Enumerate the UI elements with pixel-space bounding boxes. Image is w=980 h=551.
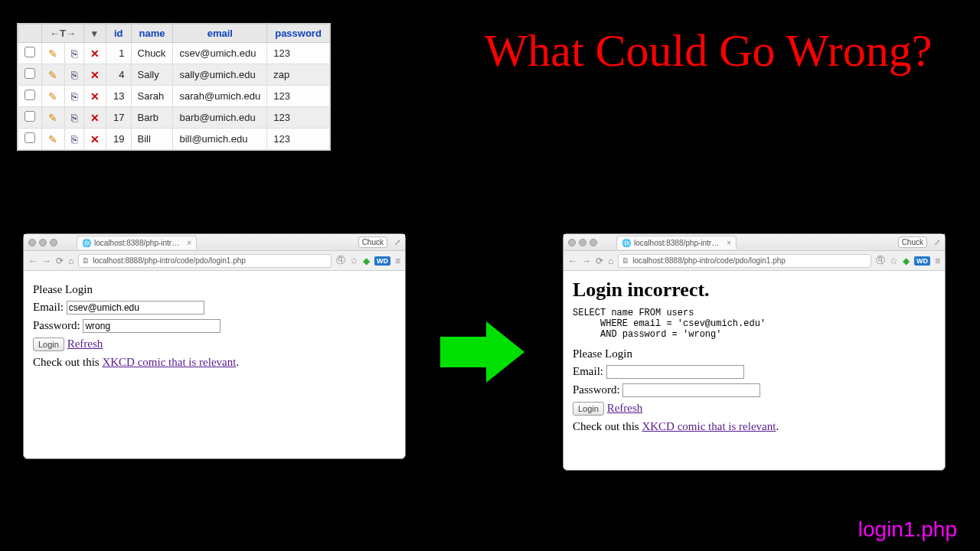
page-body: Login incorrect. SELECT name FROM users …	[564, 271, 945, 445]
star-icon[interactable]: ☆	[890, 256, 898, 266]
th-email[interactable]: email	[173, 24, 267, 43]
footer-suffix: .	[776, 420, 779, 432]
window-close-icon[interactable]	[568, 239, 576, 246]
delete-icon[interactable]: ✕	[90, 112, 100, 124]
db-table: ←T→ ▾ id name email password ✎ ⎘ ✕ 1 Chu…	[18, 24, 330, 150]
window-max-icon[interactable]	[590, 239, 597, 246]
star-icon[interactable]: ☆	[350, 256, 358, 266]
tab-title: localhost:8388/php-intr…	[94, 239, 179, 247]
expand-icon[interactable]: ⤢	[394, 238, 400, 246]
cell-password: 123	[267, 86, 330, 107]
cell-id: 13	[106, 86, 131, 107]
menu-icon[interactable]: ≡	[935, 256, 940, 266]
browser-titlebar: 🌐 localhost:8388/php-intr… × Chuck ⤢	[24, 234, 405, 251]
home-icon[interactable]: ⌂	[608, 256, 613, 266]
login-incorrect: Login incorrect.	[573, 279, 936, 302]
cell-name: Sarah	[131, 86, 173, 107]
copy-icon[interactable]: ⎘	[71, 47, 77, 60]
forward-icon[interactable]: →	[582, 256, 591, 266]
browser-tab[interactable]: 🌐 localhost:8388/php-intr… ×	[77, 236, 197, 249]
browser-toolbar: ← → ⟳ ⌂ 🗎 localhost:8888/php-intro/code/…	[24, 251, 405, 271]
page-body: Please Login Email: Password: Login Refr…	[24, 271, 405, 381]
address-text: localhost:8888/php-intro/code/pdo/login1…	[632, 256, 786, 265]
row-checkbox[interactable]	[24, 47, 35, 57]
ext2-icon[interactable]: WD	[914, 256, 930, 266]
email-input[interactable]	[606, 365, 744, 379]
edit-icon[interactable]: ✎	[48, 47, 57, 60]
forward-icon[interactable]: →	[42, 256, 51, 266]
window-min-icon[interactable]	[579, 239, 586, 246]
cell-id: 4	[106, 64, 131, 86]
login-button[interactable]: Login	[33, 337, 64, 351]
password-input[interactable]	[83, 319, 220, 333]
th-id[interactable]: id	[106, 24, 131, 43]
db-table-panel: ←T→ ▾ id name email password ✎ ⎘ ✕ 1 Chu…	[17, 23, 331, 151]
th-sort[interactable]: ←T→	[42, 24, 84, 43]
cell-name: Bill	[131, 129, 173, 150]
delete-icon[interactable]: ✕	[90, 133, 100, 145]
browser-left: 🌐 localhost:8388/php-intr… × Chuck ⤢ ← →…	[23, 233, 406, 459]
address-bar[interactable]: 🗎 localhost:8888/php-intro/code/pdo/logi…	[618, 254, 871, 268]
window-close-icon[interactable]	[28, 239, 36, 246]
reload-icon[interactable]: ⟳	[56, 256, 64, 266]
copy-icon[interactable]: ⎘	[71, 133, 77, 145]
edit-icon[interactable]: ✎	[48, 112, 57, 124]
home-icon[interactable]: ⌂	[68, 256, 74, 266]
cell-password: 123	[267, 107, 330, 129]
table-row: ✎ ⎘ ✕ 17 Barb barb@umich.edu 123	[18, 107, 330, 129]
copy-icon[interactable]: ⎘	[71, 90, 77, 103]
zoom-icon[interactable]: ⓠ	[336, 254, 345, 267]
page-icon: 🗎	[622, 256, 629, 265]
th-password[interactable]: password	[267, 24, 330, 43]
th-name[interactable]: name	[131, 24, 173, 43]
email-label: Email:	[33, 301, 64, 313]
login-button[interactable]: Login	[573, 402, 604, 416]
password-input[interactable]	[622, 383, 760, 397]
row-checkbox[interactable]	[24, 90, 35, 100]
email-input[interactable]	[67, 301, 204, 315]
footer-prefix: Check out this	[573, 420, 642, 432]
ext1-icon[interactable]: ◆	[363, 256, 370, 266]
back-icon[interactable]: ←	[28, 256, 38, 266]
footer-suffix: .	[236, 356, 239, 368]
window-max-icon[interactable]	[50, 239, 57, 246]
cell-password: 123	[267, 43, 330, 64]
ext1-icon[interactable]: ◆	[903, 256, 910, 266]
th-dropdown[interactable]: ▾	[83, 24, 106, 43]
delete-icon[interactable]: ✕	[90, 90, 100, 103]
please-login: Please Login	[33, 283, 396, 296]
refresh-link[interactable]: Refresh	[67, 337, 103, 350]
browser-tab[interactable]: 🌐 localhost:8388/php-intr… ×	[616, 236, 737, 249]
ext2-icon[interactable]: WD	[374, 256, 390, 266]
cell-email: bill@umich.edu	[173, 129, 267, 150]
zoom-icon[interactable]: ⓠ	[876, 254, 885, 267]
cell-name: Sally	[131, 64, 173, 86]
tab-close-icon[interactable]: ×	[187, 239, 191, 247]
page-icon: 🗎	[82, 256, 90, 265]
xkcd-link[interactable]: XKCD comic that is relevant	[642, 420, 776, 432]
user-button[interactable]: Chuck	[898, 236, 927, 248]
address-bar[interactable]: 🗎 localhost:8888/php-intro/code/pdo/logi…	[78, 254, 332, 268]
copy-icon[interactable]: ⎘	[71, 69, 77, 81]
row-checkbox[interactable]	[24, 132, 35, 143]
delete-icon[interactable]: ✕	[90, 69, 100, 81]
expand-icon[interactable]: ⤢	[934, 238, 940, 246]
copy-icon[interactable]: ⎘	[71, 112, 77, 124]
refresh-link[interactable]: Refresh	[607, 402, 643, 414]
back-icon[interactable]: ←	[568, 256, 577, 266]
row-checkbox[interactable]	[24, 68, 35, 79]
edit-icon[interactable]: ✎	[48, 90, 57, 103]
xkcd-link[interactable]: XKCD comic that is relevant	[102, 356, 236, 368]
tab-close-icon[interactable]: ×	[727, 239, 731, 247]
browser-right: 🌐 localhost:8388/php-intr… × Chuck ⤢ ← →…	[563, 233, 946, 471]
reload-icon[interactable]: ⟳	[596, 256, 603, 266]
edit-icon[interactable]: ✎	[48, 69, 57, 81]
delete-icon[interactable]: ✕	[90, 47, 100, 60]
sql-dump: SELECT name FROM users WHERE email = 'cs…	[573, 308, 936, 340]
browser-titlebar: 🌐 localhost:8388/php-intr… × Chuck ⤢	[564, 234, 945, 251]
window-min-icon[interactable]	[39, 239, 47, 246]
menu-icon[interactable]: ≡	[395, 256, 400, 266]
row-checkbox[interactable]	[24, 111, 35, 122]
edit-icon[interactable]: ✎	[48, 133, 57, 145]
user-button[interactable]: Chuck	[358, 236, 387, 248]
